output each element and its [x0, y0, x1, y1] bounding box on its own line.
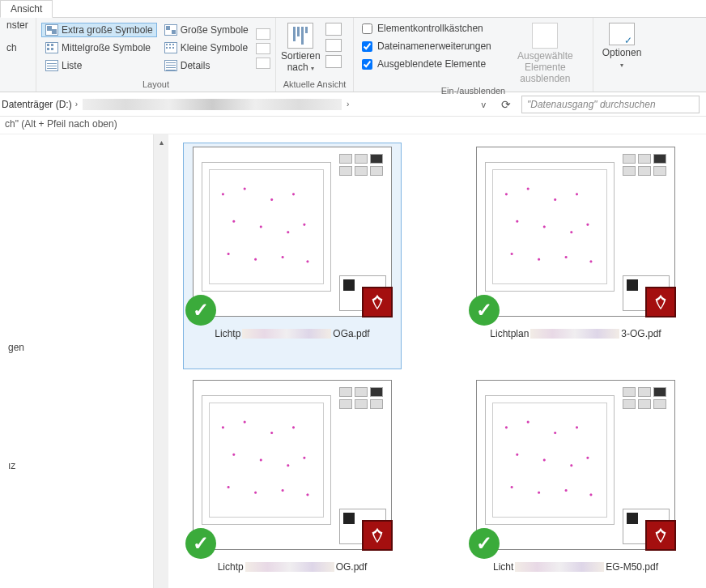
hide-selected-button: AusgewählteElemente ausblenden	[503, 19, 588, 84]
filename-redacted	[530, 329, 619, 339]
group-label-view: Aktuelle Ansicht	[281, 78, 348, 92]
list-icon	[45, 60, 58, 71]
address-bar[interactable]: Datenträger (D:) › › v	[0, 92, 491, 116]
layout-more[interactable]	[256, 58, 270, 69]
file-tile[interactable]: ✓ LichtpOG.pdf	[183, 376, 402, 588]
tiles-icon	[164, 42, 177, 53]
tiles-icon	[45, 42, 58, 53]
nav-sidebar: gen ız	[0, 134, 154, 588]
file-tile[interactable]: ✓ LichtpOGa.pdf	[183, 143, 402, 369]
pdf-icon	[362, 520, 393, 551]
sidebar-item[interactable]: gen	[0, 337, 153, 358]
pdf-icon	[362, 287, 393, 317]
group-by-button[interactable]	[325, 39, 342, 52]
status-ok-icon: ✓	[469, 295, 500, 326]
sidebar-scrollbar[interactable]: ▴	[154, 134, 168, 588]
tab-ansicht[interactable]: Ansicht	[0, 0, 53, 18]
status-ok-icon: ✓	[185, 295, 216, 326]
chk-hidden[interactable]: Ausgeblendete Elemente	[359, 55, 495, 73]
layout-scroll-up[interactable]	[256, 28, 270, 40]
breadcrumb-drive[interactable]: Datenträger (D:)	[2, 99, 72, 110]
ribbon-stub-1: nster	[6, 19, 31, 31]
ribbon-stub-2: ch	[6, 42, 31, 53]
refresh-button[interactable]: ⟳	[497, 98, 515, 111]
nav-hint: ch" (Alt + Pfeil nach oben)	[0, 117, 706, 134]
options-icon	[609, 23, 635, 45]
file-name: LichtpOG.pdf	[199, 561, 385, 573]
file-name: LichtEG-M50.pdf	[483, 561, 669, 573]
layout-large[interactable]: Große Symbole	[160, 23, 253, 37]
address-dropdown[interactable]: v	[482, 100, 487, 109]
filename-redacted	[515, 562, 604, 572]
hide-icon	[532, 23, 558, 49]
file-thumbnail: ✓	[193, 380, 392, 550]
sort-by-button[interactable]: Sortierennach ▾	[281, 19, 321, 73]
layout-extra-large[interactable]: Extra große Symbole	[41, 23, 157, 37]
chk-extensions[interactable]: Dateinamenerweiterungen	[359, 37, 495, 55]
ribbon: nster ch Extra große Symbole Große Symbo…	[0, 18, 706, 92]
group-label-layout: Layout	[41, 78, 270, 92]
options-button[interactable]: Optionen▾	[602, 19, 642, 78]
size-columns-button[interactable]	[325, 55, 342, 68]
details-icon	[164, 60, 177, 71]
file-name: Lichtplan3-OG.pdf	[483, 328, 669, 339]
file-tile[interactable]: ✓ LichtEG-M50.pdf	[466, 376, 685, 588]
pdf-icon	[645, 520, 676, 551]
status-ok-icon: ✓	[469, 528, 500, 559]
pdf-icon	[645, 287, 676, 317]
layout-details[interactable]: Details	[160, 58, 253, 73]
layout-small[interactable]: Kleine Symbole	[160, 40, 253, 55]
filename-redacted	[242, 329, 331, 339]
file-thumbnail: ✓	[193, 147, 392, 317]
file-thumbnail: ✓	[476, 147, 675, 317]
search-input[interactable]: "Datenausgang" durchsuchen	[521, 96, 700, 113]
sidebar-item[interactable]: ız	[0, 455, 153, 476]
file-name: LichtpOGa.pdf	[199, 328, 385, 339]
tiles-icon	[45, 24, 58, 36]
status-ok-icon: ✓	[185, 528, 216, 559]
sort-icon	[287, 23, 313, 49]
chevron-right-icon[interactable]: ›	[75, 100, 78, 109]
layout-scroll-down[interactable]	[256, 43, 270, 54]
breadcrumb-redacted	[83, 99, 342, 110]
chevron-down-icon: ▾	[311, 65, 314, 72]
chk-item-checkboxes[interactable]: Elementkontrollkästchen	[359, 19, 495, 37]
layout-medium[interactable]: Mittelgroße Symbole	[41, 40, 157, 55]
layout-list[interactable]: Liste	[41, 58, 157, 73]
chevron-down-icon: ▾	[620, 62, 623, 69]
tiles-icon	[164, 24, 177, 36]
add-column-button[interactable]	[325, 23, 342, 36]
file-thumbnail: ✓	[476, 380, 675, 550]
filename-redacted	[245, 562, 334, 572]
chevron-right-icon[interactable]: ›	[347, 100, 349, 109]
file-tile[interactable]: ✓ Lichtplan3-OG.pdf	[466, 143, 685, 369]
